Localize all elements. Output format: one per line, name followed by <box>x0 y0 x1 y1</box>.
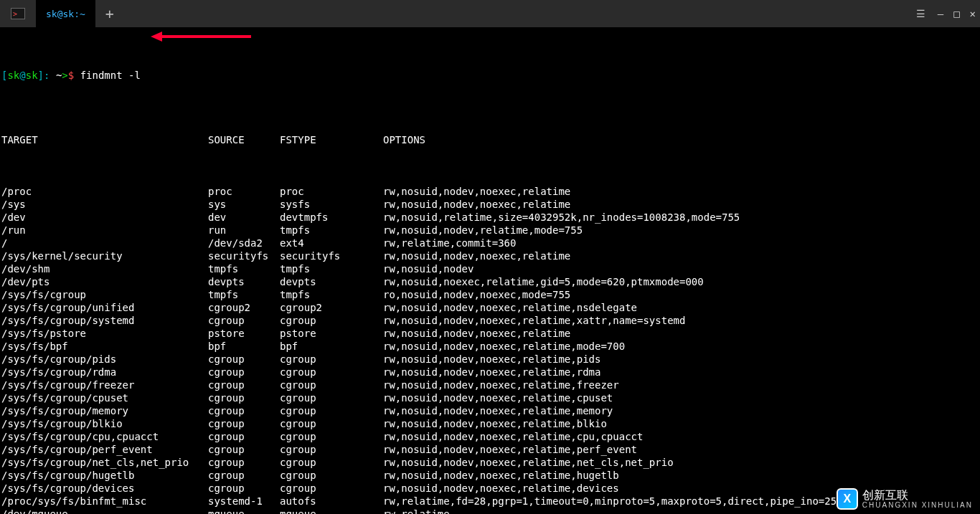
table-row: /dev/shmtmpfstmpfsrw,nosuid,nodev <box>1 262 979 275</box>
cell-source: cgroup <box>208 482 280 495</box>
cell-options: rw,nosuid,nodev,noexec,relatime,rdma <box>383 366 979 379</box>
cell-options: rw,nosuid,nodev,noexec,relatime,perf_eve… <box>383 443 979 456</box>
cell-target: /proc <box>1 185 208 198</box>
cell-fstype: cgroup <box>280 404 383 417</box>
cell-target: /sys/fs/cgroup/cpuset <box>1 391 208 404</box>
table-row: /sys/fs/cgroup/blkiocgroupcgrouprw,nosui… <box>1 417 979 430</box>
cell-target: /sys/kernel/security <box>1 249 208 262</box>
cell-fstype: tmpfs <box>280 224 383 237</box>
tab-active[interactable]: sk@sk:~ <box>36 0 95 27</box>
command-text: findmnt -l <box>80 70 141 81</box>
cell-fstype: tmpfs <box>280 288 383 301</box>
minimize-button[interactable]: — <box>938 7 943 20</box>
cell-target: /sys/fs/cgroup <box>1 288 208 301</box>
table-row: /proc/sys/fs/binfmt_miscsystemd-1autofsr… <box>1 495 979 508</box>
svg-marker-1 <box>151 32 162 42</box>
cell-options: rw,nosuid,nodev,noexec,relatime <box>383 249 979 262</box>
cell-source: cgroup2 <box>208 301 280 314</box>
cell-target: /sys/fs/cgroup/cpu,cpuacct <box>1 430 208 443</box>
cell-fstype: pstore <box>280 327 383 340</box>
tab-label: sk@sk:~ <box>46 8 85 21</box>
cell-source: tmpfs <box>208 262 280 275</box>
cell-source: cgroup <box>208 353 280 366</box>
table-row: /runruntmpfsrw,nosuid,nodev,relatime,mod… <box>1 224 979 237</box>
cell-source: cgroup <box>208 366 280 379</box>
cell-options: rw,nosuid,nodev,noexec,relatime <box>383 198 979 211</box>
cell-source: cgroup <box>208 456 280 469</box>
cell-target: /sys/fs/cgroup/rdma <box>1 366 208 379</box>
cell-source: bpf <box>208 340 280 353</box>
terminal-icon <box>11 8 25 19</box>
cell-target: /sys/fs/cgroup/perf_event <box>1 443 208 456</box>
cell-fstype: devpts <box>280 275 383 288</box>
cell-options: rw,nosuid,nodev,noexec,relatime <box>383 185 979 198</box>
cell-source: pstore <box>208 327 280 340</box>
cell-target: /dev/pts <box>1 275 208 288</box>
cell-options: ro,nosuid,nodev,noexec,mode=755 <box>383 288 979 301</box>
cell-fstype: cgroup <box>280 430 383 443</box>
prompt-dollar: $ <box>68 70 74 81</box>
watermark: X 创新互联 CHUANGXIN XINHULIAN <box>837 488 973 510</box>
col-target: TARGET <box>1 133 208 146</box>
cell-options: rw,nosuid,nodev,noexec,relatime,pids <box>383 353 979 366</box>
table-row: /sys/fs/cgroup/memorycgroupcgrouprw,nosu… <box>1 404 979 417</box>
cell-fstype: cgroup <box>280 366 383 379</box>
watermark-badge: X <box>837 488 858 510</box>
menu-icon[interactable] <box>916 7 928 20</box>
maximize-button[interactable]: □ <box>953 7 959 20</box>
app-icon-tab[interactable] <box>0 0 36 27</box>
arrow-annotation <box>151 29 251 44</box>
cell-target: /dev <box>1 211 208 224</box>
cell-options: rw,nosuid,relatime,size=4032952k,nr_inod… <box>383 211 979 224</box>
cell-fstype: cgroup2 <box>280 301 383 314</box>
cell-source: cgroup <box>208 417 280 430</box>
cell-fstype: cgroup <box>280 353 383 366</box>
cell-fstype: proc <box>280 185 383 198</box>
close-button[interactable]: ✕ <box>970 7 976 20</box>
tab-bar: sk@sk:~ + — □ ✕ <box>0 0 980 27</box>
cell-fstype: cgroup <box>280 443 383 456</box>
prompt-user: sk <box>7 70 19 81</box>
table-row: /sys/fs/cgroup/cpusetcgroupcgrouprw,nosu… <box>1 391 979 404</box>
cell-fstype: mqueue <box>280 508 383 514</box>
prompt-close: ] <box>38 70 44 81</box>
cell-options: rw,relatime,commit=360 <box>383 237 979 249</box>
cell-source: proc <box>208 185 280 198</box>
cell-options: rw,nosuid,nodev,noexec,relatime,freezer <box>383 379 979 391</box>
table-row: /sys/fs/cgroup/perf_eventcgroupcgrouprw,… <box>1 443 979 456</box>
new-tab-button[interactable]: + <box>95 0 124 27</box>
table-row: /sys/fs/cgroup/rdmacgroupcgrouprw,nosuid… <box>1 366 979 379</box>
table-row: /sys/kernel/securitysecurityfssecurityfs… <box>1 249 979 262</box>
cell-options: rw,nosuid,nodev,noexec,relatime,cpu,cpua… <box>383 430 979 443</box>
cell-options: rw,nosuid,nodev,noexec,relatime,hugetlb <box>383 469 979 482</box>
table-row: /sys/fs/cgroup/cpu,cpuacctcgroupcgrouprw… <box>1 430 979 443</box>
cell-options: rw,nosuid,nodev,noexec,relatime,memory <box>383 404 979 417</box>
table-row: /procprocprocrw,nosuid,nodev,noexec,rela… <box>1 185 979 198</box>
cell-source: cgroup <box>208 430 280 443</box>
cell-source: cgroup <box>208 379 280 391</box>
cell-target: /sys/fs/pstore <box>1 327 208 340</box>
cell-options: rw,nosuid,nodev,noexec,relatime,cpuset <box>383 391 979 404</box>
cell-target: /proc/sys/fs/binfmt_misc <box>1 495 208 508</box>
cell-fstype: cgroup <box>280 379 383 391</box>
cell-source: /dev/sda2 <box>208 237 280 249</box>
table-rows: /procprocprocrw,nosuid,nodev,noexec,rela… <box>1 185 979 514</box>
watermark-text: 创新互联 CHUANGXIN XINHULIAN <box>862 489 973 509</box>
terminal-area[interactable]: [sk@sk]: ~>$ findmnt -l TARGETSOURCEFSTY… <box>0 27 980 514</box>
table-row: /sys/fs/cgroup/devicescgroupcgrouprw,nos… <box>1 482 979 495</box>
cell-source: cgroup <box>208 469 280 482</box>
prompt-line: [sk@sk]: ~>$ findmnt -l <box>1 69 979 82</box>
cell-options: rw,nosuid,nodev,relatime,mode=755 <box>383 224 979 237</box>
cell-source: sys <box>208 198 280 211</box>
cell-options: rw,nosuid,nodev,noexec,relatime,mode=700 <box>383 340 979 353</box>
cell-target: /sys <box>1 198 208 211</box>
cell-options: rw,nosuid,nodev,noexec,relatime,nsdelega… <box>383 301 979 314</box>
cell-target: /sys/fs/bpf <box>1 340 208 353</box>
prompt-gt: > <box>62 70 67 81</box>
cell-target: /sys/fs/cgroup/unified <box>1 301 208 314</box>
table-row: /sys/fs/cgroup/systemdcgroupcgrouprw,nos… <box>1 314 979 327</box>
cell-source: cgroup <box>208 404 280 417</box>
cell-target: /sys/fs/cgroup/hugetlb <box>1 469 208 482</box>
cell-target: /sys/fs/cgroup/systemd <box>1 314 208 327</box>
cell-source: securityfs <box>208 249 280 262</box>
